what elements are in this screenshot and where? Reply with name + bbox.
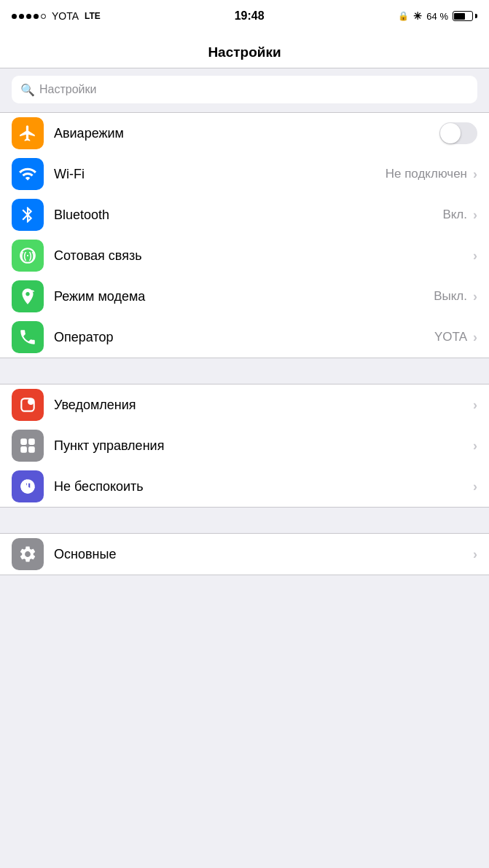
svg-rect-6 bbox=[28, 438, 35, 445]
signal-dot-5 bbox=[41, 14, 46, 19]
carrier-value: YOTA bbox=[434, 330, 467, 344]
bluetooth-value: Вкл. bbox=[442, 208, 467, 222]
controlcenter-icon bbox=[12, 430, 44, 462]
settings-row-carrier[interactable]: Оператор YOTA › bbox=[0, 317, 489, 358]
settings-row-general[interactable]: Основные › bbox=[0, 534, 489, 575]
battery-icon bbox=[453, 11, 477, 21]
carrier-icon bbox=[12, 321, 44, 353]
settings-row-donotdisturb[interactable]: Не беспокоить › bbox=[0, 466, 489, 507]
settings-list-connectivity: Авиарежим Wi-Fi Не подключен › Blue bbox=[0, 112, 489, 358]
notifications-icon bbox=[12, 389, 44, 421]
search-icon: 🔍 bbox=[20, 83, 35, 97]
svg-point-4 bbox=[28, 398, 34, 405]
donotdisturb-icon bbox=[12, 470, 44, 502]
wifi-label: Wi-Fi bbox=[54, 167, 386, 182]
wifi-value: Не подключен bbox=[386, 167, 467, 181]
general-chevron: › bbox=[473, 547, 477, 562]
status-right: 🔒 ✳ 64 % bbox=[398, 10, 477, 22]
toggle-thumb bbox=[440, 123, 461, 143]
settings-row-notifications[interactable]: Уведомления › bbox=[0, 384, 489, 425]
search-bar[interactable]: 🔍 Настройки bbox=[12, 76, 477, 103]
notifications-label: Уведомления bbox=[54, 398, 473, 413]
search-placeholder: Настройки bbox=[39, 83, 96, 96]
bluetooth-status-icon: ✳ bbox=[413, 10, 422, 22]
settings-row-controlcenter[interactable]: Пункт управления › bbox=[0, 425, 489, 466]
donotdisturb-chevron: › bbox=[473, 479, 477, 494]
signal-dot-2 bbox=[19, 14, 24, 19]
search-section: 🔍 Настройки bbox=[0, 68, 489, 112]
hotspot-value: Выкл. bbox=[434, 289, 467, 304]
signal-strength bbox=[12, 14, 46, 19]
controlcenter-label: Пункт управления bbox=[54, 438, 473, 454]
general-label: Основные bbox=[54, 547, 473, 562]
settings-row-airplane[interactable]: Авиарежим bbox=[0, 113, 489, 154]
notifications-chevron: › bbox=[473, 398, 477, 413]
cellular-label: Сотовая связь bbox=[54, 248, 473, 264]
general-icon bbox=[12, 538, 44, 570]
settings-row-wifi[interactable]: Wi-Fi Не подключен › bbox=[0, 154, 489, 194]
cellular-icon: ((·)) bbox=[12, 240, 44, 272]
carrier-label: YOTA bbox=[52, 10, 79, 22]
battery-percent: 64 % bbox=[426, 11, 448, 22]
settings-row-bluetooth[interactable]: Bluetooth Вкл. › bbox=[0, 194, 489, 235]
settings-row-cellular[interactable]: ((·)) Сотовая связь › bbox=[0, 235, 489, 276]
airplane-label: Авиарежим bbox=[54, 126, 439, 141]
signal-dot-4 bbox=[34, 14, 39, 19]
hotspot-label: Режим модема bbox=[54, 289, 434, 304]
settings-row-hotspot[interactable]: Режим модема Выкл. › bbox=[0, 276, 489, 317]
settings-group-general: Основные › bbox=[0, 533, 489, 575]
svg-text:((·)): ((·)) bbox=[20, 250, 34, 261]
signal-dot-1 bbox=[12, 14, 17, 19]
signal-dot-3 bbox=[26, 14, 31, 19]
nav-bar: Настройки bbox=[0, 32, 489, 68]
svg-rect-7 bbox=[20, 446, 27, 453]
bluetooth-label: Bluetooth bbox=[54, 208, 442, 223]
network-type-label: LTE bbox=[85, 11, 101, 21]
svg-rect-5 bbox=[20, 438, 27, 445]
hotspot-icon bbox=[12, 280, 44, 312]
svg-point-2 bbox=[31, 291, 33, 293]
hotspot-chevron: › bbox=[473, 289, 477, 304]
bluetooth-chevron: › bbox=[473, 208, 477, 223]
wifi-icon bbox=[12, 158, 44, 190]
wifi-chevron: › bbox=[473, 167, 477, 182]
carrier-chevron: › bbox=[473, 330, 477, 345]
status-left: YOTA LTE bbox=[12, 10, 101, 22]
page-title: Настройки bbox=[208, 44, 281, 60]
airplane-icon bbox=[12, 117, 44, 149]
settings-list-general: Основные › bbox=[0, 533, 489, 575]
bluetooth-icon bbox=[12, 199, 44, 231]
controlcenter-chevron: › bbox=[473, 438, 477, 454]
status-time: 19:48 bbox=[235, 9, 265, 23]
settings-group-connectivity: Авиарежим Wi-Fi Не подключен › Blue bbox=[0, 112, 489, 358]
status-bar: YOTA LTE 19:48 🔒 ✳ 64 % bbox=[0, 0, 489, 32]
carrier-label: Оператор bbox=[54, 330, 434, 345]
svg-rect-8 bbox=[28, 446, 35, 453]
settings-list-notifications: Уведомления › Пункт управления › bbox=[0, 384, 489, 508]
donotdisturb-label: Не беспокоить bbox=[54, 479, 473, 494]
lock-icon: 🔒 bbox=[398, 11, 409, 21]
airplane-toggle[interactable] bbox=[439, 122, 477, 144]
settings-group-notifications: Уведомления › Пункт управления › bbox=[0, 384, 489, 508]
cellular-chevron: › bbox=[473, 248, 477, 264]
